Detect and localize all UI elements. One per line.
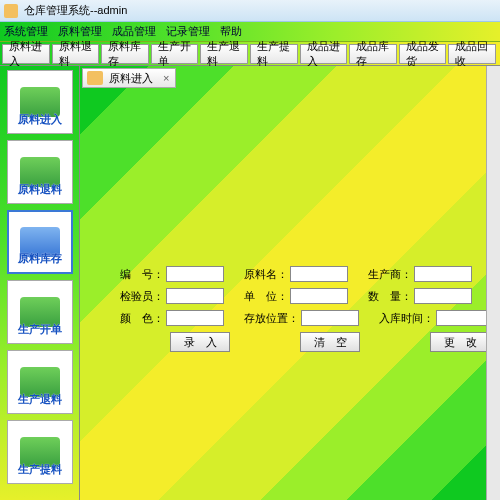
label-location: 存放位置： (244, 311, 299, 326)
label-color: 颜 色： (120, 311, 164, 326)
tb-production-pick[interactable]: 生产提料 (250, 44, 298, 64)
label-id: 编 号： (120, 267, 164, 282)
label-name: 原料名： (244, 267, 288, 282)
tab-label: 原料进入 (109, 71, 153, 86)
sidebar-item-label: 原料库存 (18, 251, 62, 266)
tb-material-stock[interactable]: 原料库存 (101, 44, 149, 64)
input-inspector[interactable] (166, 288, 224, 304)
title-bar: 仓库管理系统--admin (0, 0, 500, 22)
material-in-form: 编 号： 原料名： 生产商： 检验员： 单 位： 数 量： 颜 色： 存放位置：… (120, 266, 494, 352)
input-name[interactable] (290, 266, 348, 282)
menu-product[interactable]: 成品管理 (112, 24, 156, 39)
tb-production-order[interactable]: 生产开单 (151, 44, 199, 64)
content-area: 原料进入 × 编 号： 原料名： 生产商： 检验员： 单 位： 数 量： 颜 色… (80, 66, 500, 500)
tb-product-stock[interactable]: 成品库存 (349, 44, 397, 64)
label-unit: 单 位： (244, 289, 288, 304)
sidebar-item-label: 生产退料 (18, 392, 62, 407)
sidebar-item-label: 原料退料 (18, 182, 62, 197)
tab-material-in[interactable]: 原料进入 × (82, 68, 176, 88)
sidebar-item-material-in[interactable]: 原料进入 (7, 70, 73, 134)
update-button[interactable]: 更 改 (430, 332, 490, 352)
form-row: 编 号： 原料名： 生产商： (120, 266, 494, 282)
sidebar-item-label: 原料进入 (18, 112, 62, 127)
sidebar-item-material-return[interactable]: 原料退料 (7, 140, 73, 204)
form-row: 检验员： 单 位： 数 量： (120, 288, 494, 304)
input-qty[interactable] (414, 288, 472, 304)
submit-button[interactable]: 录 入 (170, 332, 230, 352)
input-unit[interactable] (290, 288, 348, 304)
input-producer[interactable] (414, 266, 472, 282)
sidebar-item-material-stock[interactable]: 原料库存 (7, 210, 73, 274)
input-location[interactable] (301, 310, 359, 326)
close-icon[interactable]: × (163, 72, 169, 84)
menu-record[interactable]: 记录管理 (166, 24, 210, 39)
main-area: 原料进入 原料退料 原料库存 生产开单 生产退料 生产提料 原料进入 × 编 号… (0, 66, 500, 500)
tb-material-return[interactable]: 原料退料 (52, 44, 100, 64)
menu-help[interactable]: 帮助 (220, 24, 242, 39)
app-icon (4, 4, 18, 18)
input-id[interactable] (166, 266, 224, 282)
menu-material[interactable]: 原料管理 (58, 24, 102, 39)
toolbar: 原料进入 原料退料 原料库存 生产开单 生产退料 生产提料 成品进入 成品库存 … (0, 42, 500, 66)
tb-production-return[interactable]: 生产退料 (200, 44, 248, 64)
label-intime: 入库时间： (379, 311, 434, 326)
label-producer: 生产商： (368, 267, 412, 282)
sidebar-item-label: 生产开单 (18, 322, 62, 337)
tb-product-recycle[interactable]: 成品回收 (448, 44, 496, 64)
tb-product-in[interactable]: 成品进入 (300, 44, 348, 64)
clear-button[interactable]: 清 空 (300, 332, 360, 352)
sidebar-item-production-order[interactable]: 生产开单 (7, 280, 73, 344)
sidebar-item-label: 生产提料 (18, 462, 62, 477)
tb-material-in[interactable]: 原料进入 (2, 44, 50, 64)
sidebar-item-production-pick[interactable]: 生产提料 (7, 420, 73, 484)
window-title: 仓库管理系统--admin (24, 3, 127, 18)
side-panel: 原料进入 原料退料 原料库存 生产开单 生产退料 生产提料 (0, 66, 80, 500)
vertical-scrollbar[interactable] (486, 66, 500, 500)
button-row: 录 入 清 空 更 改 (120, 332, 494, 352)
label-qty: 数 量： (368, 289, 412, 304)
input-color[interactable] (166, 310, 224, 326)
label-inspector: 检验员： (120, 289, 164, 304)
tb-product-ship[interactable]: 成品发货 (399, 44, 447, 64)
form-row: 颜 色： 存放位置： 入库时间： (120, 310, 494, 326)
tab-icon (87, 71, 103, 85)
menu-system[interactable]: 系统管理 (4, 24, 48, 39)
sidebar-item-production-return[interactable]: 生产退料 (7, 350, 73, 414)
